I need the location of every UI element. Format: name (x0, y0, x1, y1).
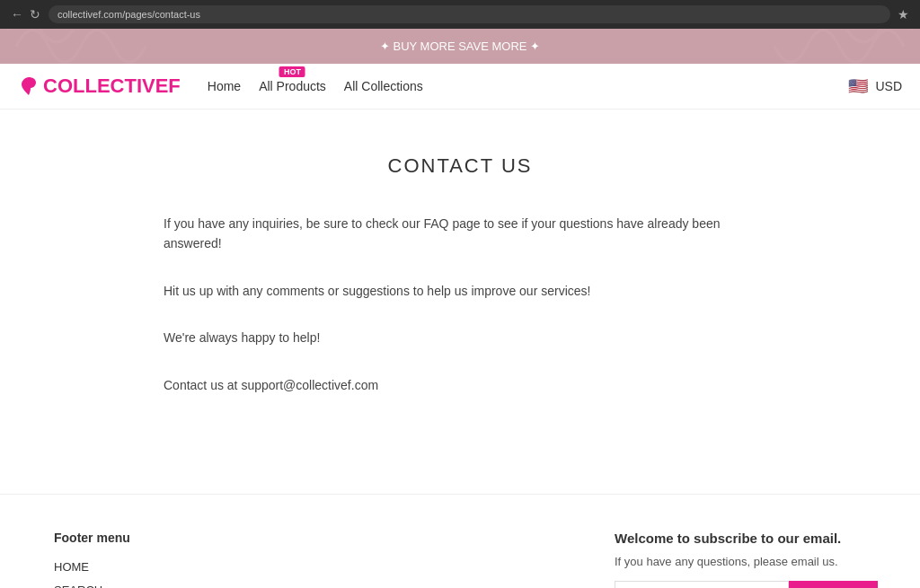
nav-home[interactable]: Home (208, 79, 241, 93)
nav-all-collections[interactable]: All Collections (344, 79, 423, 93)
promo-banner: ✦ BUY MORE SAVE MORE ✦ (0, 29, 920, 64)
subscribe-text: If you have any questions, please email … (615, 555, 866, 568)
back-button[interactable]: ← (11, 8, 23, 21)
footer-menu: Footer menu HOME SEARCH ABOUT US CONTACT… (54, 531, 206, 588)
subscribe-form: Subscribe (615, 581, 866, 588)
address-bar[interactable]: collectivef.com/pages/contact-us (49, 5, 890, 23)
bookmark-icon[interactable]: ★ (898, 7, 909, 22)
refresh-button[interactable]: ↻ (29, 8, 41, 21)
list-item: SEARCH (54, 583, 206, 588)
browser-chrome: ← ↻ collectivef.com/pages/contact-us ★ (0, 0, 920, 29)
flag-icon: 🇺🇸 (848, 76, 868, 96)
paragraph-3: We're always happy to help! (164, 328, 756, 347)
page-title: CONTACT US (164, 154, 756, 178)
footer-menu-list: HOME SEARCH ABOUT US CONTACT US Intellec… (54, 559, 206, 588)
footer-home-link[interactable]: HOME (54, 560, 89, 574)
nav-products-wrapper: HOT All Products (259, 79, 326, 93)
logo-text: COLLECTIVEF (43, 75, 181, 98)
url-text: collectivef.com/pages/contact-us (58, 9, 200, 20)
email-input[interactable] (615, 581, 789, 588)
navbar: COLLECTIVEF Home HOT All Products All Co… (0, 64, 920, 110)
subscribe-button[interactable]: Subscribe (789, 581, 878, 588)
nav-all-products[interactable]: All Products (259, 79, 326, 93)
subscribe-title: Welcome to subscribe to our email. (615, 531, 866, 546)
list-item: HOME (54, 559, 206, 574)
hot-badge: HOT (279, 66, 305, 77)
nav-links: Home HOT All Products All Collections (208, 79, 849, 93)
promo-text: ✦ BUY MORE SAVE MORE ✦ (380, 39, 540, 53)
browser-controls: ← ↻ (11, 8, 41, 21)
logo[interactable]: COLLECTIVEF (18, 75, 181, 98)
paragraph-4: Contact us at support@collectivef.com (164, 375, 756, 395)
logo-icon (18, 75, 40, 97)
paragraph-1: If you have any inquiries, be sure to ch… (164, 214, 756, 254)
nav-right: 🇺🇸 USD (848, 76, 902, 96)
footer: Footer menu HOME SEARCH ABOUT US CONTACT… (0, 494, 920, 588)
footer-menu-title: Footer menu (54, 531, 206, 545)
main-content: CONTACT US If you have any inquiries, be… (146, 110, 774, 494)
footer-search-link[interactable]: SEARCH (54, 584, 102, 588)
paragraph-2: Hit us up with any comments or suggestio… (164, 281, 756, 301)
currency-label: USD (875, 79, 902, 93)
footer-subscribe: Welcome to subscribe to our email. If yo… (615, 531, 866, 588)
